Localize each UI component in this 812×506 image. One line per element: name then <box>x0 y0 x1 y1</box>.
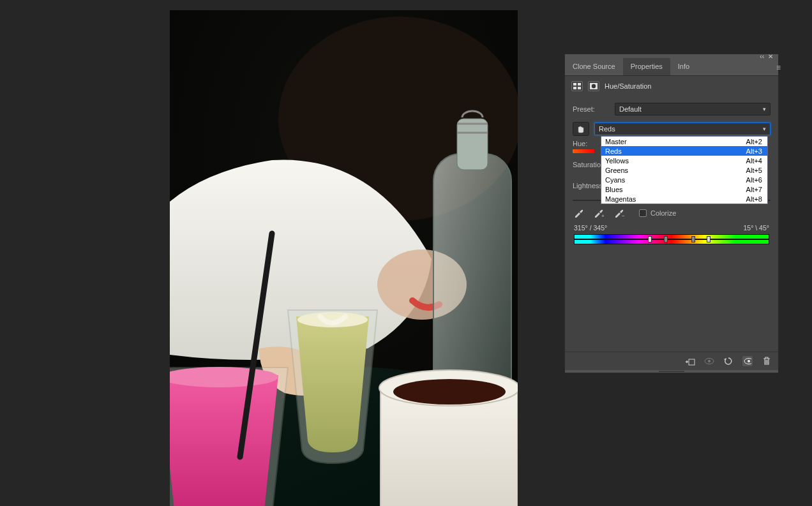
colorize-checkbox[interactable]: Colorize <box>639 209 676 217</box>
svg-rect-13 <box>578 87 581 89</box>
hue-slider[interactable] <box>573 149 594 153</box>
eyedropper-tool[interactable] <box>573 207 584 219</box>
channel-option-master[interactable]: Master Alt+2 <box>601 137 767 146</box>
channel-option-reds[interactable]: Reds Alt+3 <box>601 146 767 156</box>
eyedropper-subtract-tool[interactable]: − <box>613 207 625 219</box>
eyedropper-add-tool[interactable]: + <box>593 207 605 219</box>
panel-collapse-icon[interactable]: ‹‹ <box>760 53 764 60</box>
panel-footer <box>565 352 778 370</box>
svg-rect-11 <box>578 83 581 86</box>
panel-tabs: Clone Source Properties Info <box>565 58 778 76</box>
adjustment-header: Hue/Saturation <box>565 76 778 96</box>
range-right: 15° \ 45° <box>743 224 769 232</box>
svg-rect-4 <box>457 119 488 170</box>
range-left: 315° / 345° <box>574 224 607 232</box>
preset-label: Preset: <box>573 105 610 113</box>
svg-point-9 <box>393 379 506 405</box>
channel-option-blues[interactable]: Blues Alt+7 <box>601 184 767 194</box>
svg-rect-12 <box>573 87 576 89</box>
adjustment-grid-icon[interactable] <box>571 81 583 91</box>
svg-text:+: + <box>601 213 605 218</box>
tab-properties[interactable]: Properties <box>623 58 670 75</box>
reset-icon[interactable] <box>723 356 733 366</box>
properties-panel: ‹‹ ✕ ≡ Clone Source Properties Info Hue/… <box>564 54 779 373</box>
svg-rect-10 <box>573 83 576 86</box>
saturation-slider[interactable] <box>573 170 601 174</box>
svg-point-21 <box>708 360 710 362</box>
layer-mask-icon[interactable] <box>588 81 599 91</box>
panel-menu-icon[interactable]: ≡ <box>776 63 779 72</box>
svg-text:−: − <box>622 213 625 218</box>
toggle-visibility-icon[interactable] <box>742 356 753 366</box>
channel-select[interactable]: Reds ▾ <box>594 123 771 135</box>
channel-value: Reds <box>599 125 615 133</box>
channel-option-yellows[interactable]: Yellows Alt+4 <box>601 156 767 165</box>
colorize-label: Colorize <box>650 209 676 217</box>
svg-point-24 <box>748 360 750 362</box>
channel-dropdown: Master Alt+2 Reds Alt+3 Yellows Alt+4 Gr… <box>601 136 768 204</box>
preset-value: Default <box>619 105 642 113</box>
tab-clone-source[interactable]: Clone Source <box>565 58 623 75</box>
delete-icon[interactable] <box>762 356 772 366</box>
chevron-down-icon: ▾ <box>763 126 766 132</box>
panel-resize-grip[interactable] <box>565 370 778 373</box>
chevron-down-icon: ▾ <box>763 106 766 112</box>
tab-info[interactable]: Info <box>670 58 697 75</box>
hue-label: Hue: <box>573 140 587 147</box>
channel-option-magentas[interactable]: Magentas Alt+8 <box>601 194 767 204</box>
hue-range-spectrum[interactable] <box>574 234 769 244</box>
panel-close-icon[interactable]: ✕ <box>768 53 773 60</box>
channel-option-cyans[interactable]: Cyans Alt+6 <box>601 175 767 184</box>
svg-point-15 <box>592 84 596 88</box>
svg-rect-19 <box>689 359 695 365</box>
channel-option-greens[interactable]: Greens Alt+5 <box>601 165 767 175</box>
checkbox-icon <box>639 209 647 217</box>
preset-select[interactable]: Default ▾ <box>615 103 771 115</box>
document-canvas[interactable] <box>170 10 518 506</box>
clip-to-layer-icon[interactable] <box>685 356 695 366</box>
adjustment-title: Hue/Saturation <box>605 82 651 90</box>
view-previous-state-icon <box>704 356 714 366</box>
targeted-adjust-tool[interactable] <box>573 122 589 136</box>
lightness-label: Lightness: <box>573 182 605 190</box>
